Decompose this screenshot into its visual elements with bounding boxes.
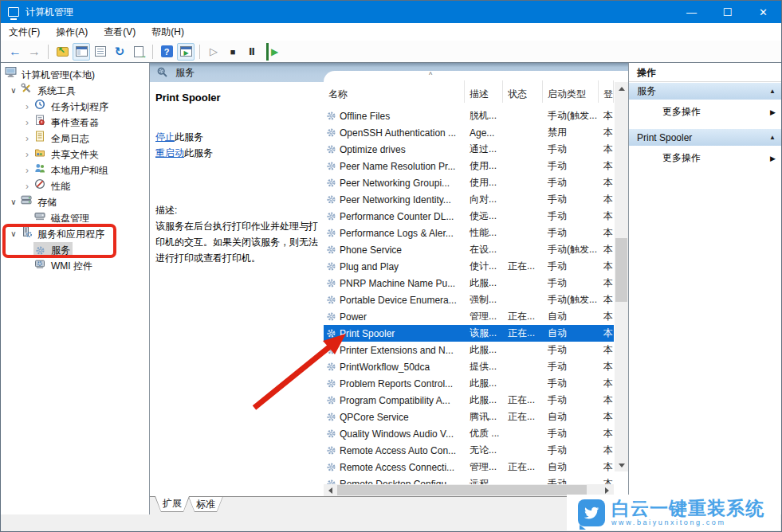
help-button[interactable]: ? (158, 43, 175, 61)
chevron-collapsed-icon[interactable]: › (21, 131, 33, 147)
service-row-performance-counter-dl-[interactable]: Performance Counter DL...使远...手动本 (324, 208, 614, 225)
chevron-collapsed-icon[interactable]: › (21, 178, 33, 194)
tree-item-8[interactable]: ∨存储 (1, 194, 149, 210)
tree-item-10[interactable]: ∨服务和应用程序 (1, 226, 149, 242)
restart-service-line: 重启动此服务 (155, 145, 316, 161)
tree-item-0[interactable]: 计算机管理(本地) (1, 67, 149, 83)
tree-item-content: 服务 (33, 242, 73, 258)
service-row-remote-desktop-configu-[interactable]: Remote Desktop Configu...远程...手动本 (324, 475, 614, 484)
column-header-3[interactable]: 启动类型 (543, 80, 599, 103)
forward-button[interactable]: → (26, 43, 43, 61)
collapse-icon[interactable]: ▲ (769, 88, 776, 95)
service-row-program-compatibility-a-[interactable]: Program Compatibility A...此服...正在...手动本 (324, 392, 614, 409)
storage-icon (20, 194, 33, 205)
tree-item-5[interactable]: ›共享文件夹 (1, 147, 149, 162)
chevron-collapsed-icon[interactable]: › (21, 162, 33, 178)
chevron-collapsed-icon[interactable]: › (21, 115, 33, 131)
restart-service-button[interactable]: ▶ (266, 43, 279, 61)
chevron-collapsed-icon[interactable]: › (21, 147, 33, 162)
horizontal-scroll-thumb[interactable] (337, 485, 587, 495)
menu-item-0[interactable]: 文件(F) (1, 23, 48, 41)
service-row-problem-reports-control-[interactable]: Problem Reports Control...此服...手动本 (324, 375, 614, 392)
service-logon-as: 本 (599, 293, 614, 307)
service-row-power[interactable]: Power管理...正在...自动本 (324, 308, 614, 325)
collapse-icon[interactable]: ▲ (769, 134, 776, 141)
menu-item-1[interactable]: 操作(A) (48, 23, 96, 41)
stop-service-link[interactable]: 停止 (155, 131, 175, 143)
more-actions-services[interactable]: 更多操作 ▶ (629, 104, 782, 120)
service-row-peer-networking-groupi-[interactable]: Peer Networking Groupi...使用...手动本 (324, 174, 614, 191)
menu-item-2[interactable]: 查看(V) (96, 23, 143, 41)
chevron-expanded-icon[interactable]: ∨ (7, 226, 20, 242)
service-row-portable-device-enumera-[interactable]: Portable Device Enumera...强制...手动(触发...本 (324, 291, 614, 308)
export-list-view-button[interactable] (92, 43, 109, 61)
stop-service-button[interactable]: ■ (224, 43, 242, 61)
tree-item-label: 任务计划程序 (49, 101, 111, 112)
service-row-openssh-authentication-[interactable]: OpenSSH Authentication ...Age...禁用本 (324, 124, 614, 141)
service-row-print-spooler[interactable]: Print Spooler该服...正在...自动本 (324, 325, 614, 342)
service-row-peer-name-resolution-pr-[interactable]: Peer Name Resolution Pr...使用...手动本 (324, 158, 614, 174)
service-gear-icon (326, 161, 336, 171)
actions-section-print-spooler[interactable]: Print Spooler ▲ (629, 129, 782, 146)
column-header-2[interactable]: 状态 (503, 80, 543, 103)
vertical-scrollbar[interactable] (615, 82, 628, 471)
tree-item-1[interactable]: ∨系统工具 (1, 83, 149, 99)
scroll-left-button[interactable] (324, 484, 337, 496)
chevron-expanded-icon[interactable]: ∨ (7, 83, 20, 99)
maximize-button[interactable]: ☐ (709, 1, 745, 23)
service-row-remote-access-auto-con-[interactable]: Remote Access Auto Con...无论...手动本 (324, 442, 614, 459)
close-button[interactable]: ✕ (745, 1, 781, 23)
service-row-performance-logs-aler-[interactable]: Performance Logs & Aler...性能...手动本 (324, 225, 614, 241)
menu-item-3[interactable]: 帮助(H) (143, 23, 192, 41)
refresh-button[interactable]: ↻ (111, 43, 128, 61)
tree-item-content: 本地用户和组 (33, 162, 111, 178)
service-logon-as: 本 (599, 176, 614, 190)
start-service-button[interactable]: ▷ (205, 43, 222, 61)
service-row-optimize-drives[interactable]: Optimize drives通过...手动本 (324, 141, 614, 158)
tree-item-4[interactable]: ›全局日志 (1, 131, 149, 147)
service-row-printworkflow-50dca[interactable]: PrintWorkflow_50dca提供...手动本 (324, 358, 614, 375)
column-header-4[interactable]: 登 (599, 80, 614, 103)
tree-item-9[interactable]: 磁盘管理 (1, 210, 149, 226)
service-row-qpcore-service[interactable]: QPCore Service腾讯...正在...自动本 (324, 409, 614, 425)
scroll-up-button[interactable] (615, 82, 628, 95)
extended-view-button[interactable]: ▶ (177, 43, 195, 61)
restart-service-link[interactable]: 重启动 (155, 147, 184, 158)
tree-item-2[interactable]: ›任务计划程序 (1, 99, 149, 115)
properties-window-button[interactable] (73, 43, 90, 61)
column-header-0[interactable]: 名称 (324, 80, 465, 103)
tree-item-3[interactable]: ›事件查看器 (1, 115, 149, 131)
service-row-printer-extensions-and-n-[interactable]: Printer Extensions and N...此服...手动本 (324, 342, 614, 358)
vertical-scroll-thumb[interactable] (615, 238, 627, 302)
service-row-plug-and-play[interactable]: Plug and Play使计...正在...手动本 (324, 258, 614, 275)
actions-section-services[interactable]: 服务 ▲ (629, 83, 782, 100)
toolbar: ←→↖↻→?▶▷■Ⅱ▶ (1, 41, 781, 63)
tab-extended[interactable]: 扩展 (155, 496, 190, 512)
scroll-down-button[interactable] (615, 459, 628, 471)
pause-service-button[interactable]: Ⅱ (243, 43, 261, 61)
service-row-peer-networking-identity-[interactable]: Peer Networking Identity...向对...手动本 (324, 191, 614, 208)
service-gear-icon (326, 412, 336, 422)
tree-item-11[interactable]: 服务 (1, 242, 149, 258)
minimize-button[interactable]: — (674, 1, 709, 23)
service-row-phone-service[interactable]: Phone Service在设...手动(触发...本 (324, 241, 614, 258)
tree-item-content: 全局日志 (33, 131, 92, 147)
service-logon-as: 本 (599, 159, 614, 173)
tab-standard[interactable]: 标准 (188, 496, 223, 512)
service-logon-as: 本 (599, 143, 614, 156)
service-row-quality-windows-audio-v-[interactable]: Quality Windows Audio V...优质 ...手动本 (324, 425, 614, 442)
chevron-expanded-icon[interactable]: ∨ (7, 194, 20, 210)
column-header-1[interactable]: 描述 (465, 80, 503, 103)
chevron-collapsed-icon[interactable]: › (21, 99, 33, 115)
service-row-pnrp-machine-name-pu-[interactable]: PNRP Machine Name Pu...此服...手动本 (324, 275, 614, 291)
tree-item-6[interactable]: ›本地用户和组 (1, 162, 149, 178)
tree-item-12[interactable]: WMI 控件 (1, 258, 149, 274)
service-row-offline-files[interactable]: Offline Files脱机...手动(触发...本 (324, 108, 614, 124)
show-console-tree-button[interactable]: ↖ (53, 43, 71, 61)
service-desc: 腾讯... (465, 410, 503, 424)
back-button[interactable]: ← (6, 43, 24, 61)
tree-item-7[interactable]: ›性能 (1, 178, 149, 194)
service-row-remote-access-connecti-[interactable]: Remote Access Connecti...管理...正在...自动本 (324, 459, 614, 475)
export-list-button[interactable]: → (130, 43, 147, 61)
more-actions-print-spooler[interactable]: 更多操作 ▶ (629, 150, 782, 166)
